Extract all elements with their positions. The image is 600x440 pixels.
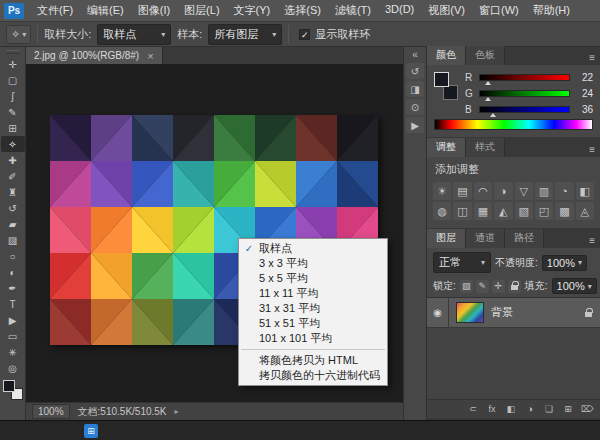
slider-thumb[interactable] <box>485 97 491 101</box>
zoom-tool[interactable]: ◎ <box>1 360 25 376</box>
tab-layers[interactable]: 图层 <box>427 229 466 248</box>
eyedropper-tool[interactable]: ✧ <box>1 136 25 152</box>
clone-stamp-tool[interactable]: ♜ <box>1 184 25 200</box>
context-menu-item[interactable]: 将颜色拷贝为 HTML <box>239 353 387 368</box>
tab-adjustments[interactable]: 调整 <box>427 138 466 157</box>
sample-dropdown[interactable]: 所有图层 ▾ <box>208 24 282 45</box>
fill-field[interactable]: 100% ▾ <box>552 278 597 294</box>
color-balance-icon[interactable]: ◔ <box>555 182 573 200</box>
quick-selection-tool[interactable]: ✎ <box>1 104 25 120</box>
slider-thumb[interactable] <box>490 113 496 117</box>
lock-transparency-icon[interactable]: ▨ <box>460 280 473 293</box>
lock-position-icon[interactable]: ✛ <box>492 280 505 293</box>
tab-channels[interactable]: 通道 <box>466 229 505 248</box>
menu-item[interactable]: 帮助(H) <box>526 0 577 21</box>
path-selection-tool[interactable]: ▶ <box>1 312 25 328</box>
exposure-icon[interactable]: ◑ <box>494 182 512 200</box>
lock-all-icon[interactable] <box>508 280 521 293</box>
document-tab[interactable]: 2.jpg @ 100%(RGB/8#) × <box>26 47 163 64</box>
panel-color-swatches[interactable] <box>434 72 458 100</box>
properties-panel-icon[interactable]: ◨ <box>406 81 424 97</box>
menu-item[interactable]: 选择(S) <box>277 0 328 21</box>
sample-size-dropdown[interactable]: 取样点 ▾ <box>97 24 171 45</box>
info-panel-icon[interactable]: ⊙ <box>406 99 424 115</box>
color-spectrum-ramp[interactable] <box>434 119 593 130</box>
black-white-icon[interactable]: ◧ <box>576 182 594 200</box>
channel-slider[interactable] <box>479 90 570 97</box>
photo-filter-icon[interactable]: ◍ <box>433 202 451 220</box>
gradient-map-icon[interactable]: ◬ <box>576 202 594 220</box>
collapse-dock-icon[interactable]: « <box>412 49 418 61</box>
menu-item[interactable]: 窗口(W) <box>472 0 526 21</box>
context-menu-item[interactable]: 拷贝颜色的十六进制代码 <box>239 368 387 383</box>
shape-tool[interactable]: ▭ <box>1 328 25 344</box>
panel-menu-icon[interactable]: ≡ <box>584 50 600 65</box>
context-menu-item[interactable]: 31 x 31 平均 <box>239 301 387 316</box>
layer-group-icon[interactable]: ❏ <box>541 402 557 416</box>
type-tool[interactable]: T <box>1 296 25 312</box>
actions-panel-icon[interactable]: ▶ <box>406 117 424 133</box>
marquee-tool[interactable]: ▢ <box>1 72 25 88</box>
invert-icon[interactable]: ◭ <box>494 202 512 220</box>
slider-thumb[interactable] <box>485 81 491 85</box>
layer-mask-icon[interactable]: ◧ <box>503 402 519 416</box>
history-panel-icon[interactable]: ↺ <box>406 63 424 79</box>
panel-menu-icon[interactable]: ≡ <box>584 142 600 157</box>
menu-item[interactable]: 视图(V) <box>421 0 472 21</box>
context-menu-item[interactable]: ✓取样点 <box>239 241 387 256</box>
pen-tool[interactable]: ✒ <box>1 280 25 296</box>
lasso-tool[interactable]: ʃ <box>1 88 25 104</box>
dodge-tool[interactable]: ◐ <box>1 264 25 280</box>
canvas-area[interactable]: ✓取样点3 x 3 平均5 x 5 平均11 x 11 平均31 x 31 平均… <box>26 64 403 402</box>
hand-tool[interactable]: ✳ <box>1 344 25 360</box>
posterize-icon[interactable]: ▧ <box>515 202 533 220</box>
brightness-contrast-icon[interactable]: ☀ <box>433 182 451 200</box>
color-lookup-icon[interactable]: ▦ <box>474 202 492 220</box>
menu-item[interactable]: 文件(F) <box>30 0 80 21</box>
context-menu-item[interactable]: 5 x 5 平均 <box>239 271 387 286</box>
layer-visibility-toggle[interactable]: ◉ <box>427 298 449 327</box>
menu-item[interactable]: 图像(I) <box>131 0 177 21</box>
menu-item[interactable]: 编辑(E) <box>80 0 131 21</box>
curves-icon[interactable]: ◠ <box>474 182 492 200</box>
foreground-color-swatch[interactable] <box>3 380 15 392</box>
taskbar-app-icon[interactable]: ⊞ <box>84 424 98 438</box>
background-color-swatch[interactable] <box>443 85 458 100</box>
tab-swatches[interactable]: 色板 <box>466 46 505 65</box>
layer-thumbnail[interactable] <box>456 302 484 323</box>
blend-mode-dropdown[interactable]: 正常 ▾ <box>433 252 491 273</box>
tab-color[interactable]: 颜色 <box>427 46 466 65</box>
crop-tool[interactable]: ⊞ <box>1 120 25 136</box>
selective-color-icon[interactable]: ▩ <box>555 202 573 220</box>
toolbar-grip[interactable] <box>6 50 20 54</box>
channel-value[interactable]: 36 <box>575 104 593 115</box>
eraser-tool[interactable]: ▰ <box>1 216 25 232</box>
context-menu-item[interactable]: 11 x 11 平均 <box>239 286 387 301</box>
healing-brush-tool[interactable]: ✚ <box>1 152 25 168</box>
zoom-level-field[interactable]: 100% <box>32 404 70 419</box>
layer-row-background[interactable]: ◉ 背景 <box>427 298 600 328</box>
tool-preset-picker[interactable]: ✧ ▾ <box>6 25 31 44</box>
blur-tool[interactable]: ○ <box>1 248 25 264</box>
context-menu-item[interactable]: 51 x 51 平均 <box>239 316 387 331</box>
context-menu-item[interactable]: 101 x 101 平均 <box>239 331 387 346</box>
opacity-field[interactable]: 100% ▾ <box>542 255 587 271</box>
channel-mixer-icon[interactable]: ◫ <box>453 202 471 220</box>
show-sampling-ring-checkbox[interactable]: ✓ <box>299 29 310 40</box>
foreground-color-swatch[interactable] <box>434 72 449 87</box>
menu-item[interactable]: 图层(L) <box>177 0 226 21</box>
context-menu-item[interactable]: 3 x 3 平均 <box>239 256 387 271</box>
brush-tool[interactable]: ✐ <box>1 168 25 184</box>
color-swatches[interactable] <box>3 380 23 400</box>
channel-slider[interactable] <box>479 106 570 113</box>
menu-item[interactable]: 滤镜(T) <box>328 0 378 21</box>
gradient-tool[interactable]: ▨ <box>1 232 25 248</box>
lock-pixels-icon[interactable]: ✎ <box>476 280 489 293</box>
levels-icon[interactable]: ▤ <box>453 182 471 200</box>
adjustment-layer-icon[interactable]: ◑ <box>522 402 538 416</box>
status-info-arrow-icon[interactable]: ▸ <box>175 407 179 416</box>
new-layer-icon[interactable]: ⊞ <box>560 402 576 416</box>
menu-item[interactable]: 3D(D) <box>378 0 421 21</box>
menu-item[interactable]: 文字(Y) <box>227 0 278 21</box>
move-tool[interactable]: ✛ <box>1 56 25 72</box>
